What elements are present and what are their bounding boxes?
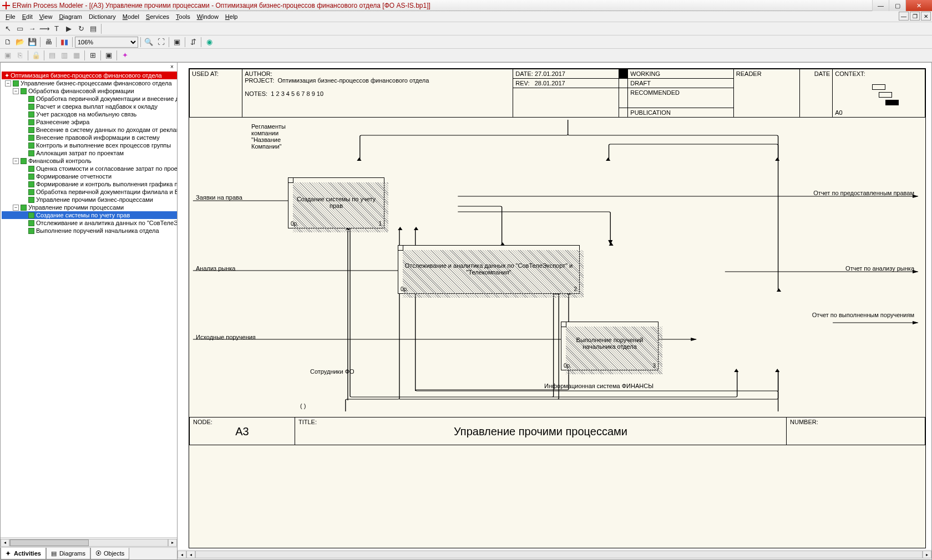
tree-toggle-button[interactable]: ▣ xyxy=(171,37,183,48)
menu-file[interactable]: File xyxy=(2,12,19,21)
activity-tree[interactable]: ✦Оптимизация бизнес-процессов финансовог… xyxy=(1,70,177,537)
tree-leaf[interactable]: Обработка первичной документации филиала… xyxy=(2,188,177,196)
mdi-minimize-button[interactable]: — xyxy=(899,12,909,21)
scroll-left2-button[interactable]: ◂ xyxy=(186,551,195,558)
tree-leaf-selected[interactable]: Создание системы по учету прав xyxy=(2,211,177,219)
diagram-sheet: USED AT: AUTHOR: PROJECT: Оптимизация би… xyxy=(189,68,926,548)
settings-tool[interactable]: ▤ xyxy=(88,23,99,34)
arrow-tool[interactable]: → xyxy=(27,23,38,34)
tree-leaf[interactable]: Внесение в систему данных по доходам от … xyxy=(2,126,177,134)
tree-root[interactable]: ✦Оптимизация бизнес-процессов финансовог… xyxy=(2,72,177,79)
tree-node[interactable]: −Финансовый контроль xyxy=(2,157,177,165)
export-button[interactable]: ▣ xyxy=(103,50,114,61)
collapse-icon[interactable]: − xyxy=(13,158,19,164)
titlebar: ERwin Process Modeler - [(A3) Управление… xyxy=(0,0,932,11)
menu-view[interactable]: View xyxy=(36,12,56,21)
text-tool[interactable]: T xyxy=(51,23,62,34)
arrow-label: Регламенты компании "Название Компании" xyxy=(251,123,290,150)
tree-leaf[interactable]: Разнесение эфира xyxy=(2,118,177,126)
org-button[interactable]: ⊞ xyxy=(87,50,98,61)
tree-leaf[interactable]: Аллокация затрат по проектам xyxy=(2,149,177,157)
tab-objects[interactable]: ⦿Objects xyxy=(90,548,129,559)
doc1-button: ▤ xyxy=(47,50,58,61)
scroll-thumb[interactable] xyxy=(10,539,89,546)
minimize-button[interactable]: — xyxy=(872,0,889,11)
tree-leaf[interactable]: Отслеживание и аналитика данных по "СовТ… xyxy=(2,219,177,227)
open-button[interactable]: 📂 xyxy=(14,37,26,48)
tree-leaf[interactable]: Формирование отчетности xyxy=(2,172,177,180)
tab-diagrams[interactable]: ▤Diagrams xyxy=(46,548,90,559)
zoom-in-button[interactable]: 🔍 xyxy=(143,37,154,48)
close-button[interactable]: ✕ xyxy=(905,0,932,11)
arrow-label: Отчет по предоставленным правам xyxy=(813,190,914,196)
mdi-close-button[interactable]: ✕ xyxy=(921,12,931,21)
model-explorer: × ✦Оптимизация бизнес-процессов финансов… xyxy=(0,62,178,560)
canvas-hscrollbar[interactable]: ◂ ◂ ▸ xyxy=(178,549,931,559)
objects-icon: ⦿ xyxy=(95,550,102,557)
toolbar-edit: ▣ ⎘ 🔒 ▤ ▥ ▦ ⊞ ▣ ✦ xyxy=(0,49,932,62)
scroll-left-button[interactable]: ◂ xyxy=(178,551,186,558)
collapse-icon[interactable]: − xyxy=(13,88,19,94)
tree-leaf[interactable]: Оценка стоимости и согласование затрат п… xyxy=(2,165,177,172)
tree-leaf[interactable]: Расчет и сверка выплат надбавок к окладу xyxy=(2,103,177,110)
tree-node[interactable]: −Обработка финансовой информации xyxy=(2,87,177,95)
play-tool[interactable]: ▶ xyxy=(63,23,74,34)
refresh-tool[interactable]: ↻ xyxy=(75,23,87,34)
menu-dictionary[interactable]: Dictionary xyxy=(85,12,119,21)
new-button[interactable]: 🗋 xyxy=(2,37,13,48)
arrow-label: Анализ рынка xyxy=(196,265,235,272)
zoom-select[interactable]: 106% xyxy=(75,37,138,48)
menu-help[interactable]: Help xyxy=(222,12,241,21)
window-controls: — ▢ ✕ xyxy=(872,0,932,11)
idef0-footer: NODE:A3 TITLE:Управление прочими процесс… xyxy=(189,417,925,445)
squiggle-tool[interactable]: ⟿ xyxy=(39,23,50,34)
mdi-restore-button[interactable]: ❐ xyxy=(910,12,920,21)
save-button[interactable]: 💾 xyxy=(27,37,38,48)
arrow-label: Сотрудники ФО xyxy=(310,368,354,375)
menu-window[interactable]: Window xyxy=(194,12,222,21)
tree-leaf[interactable]: Управление прочими бизнес-процессами xyxy=(2,196,177,203)
activity-box-3[interactable]: Выполнение поручений начальника отдела 0… xyxy=(561,322,659,370)
activity-box-1[interactable]: Создание системы по учету прав 0р.1 xyxy=(288,177,384,228)
sidebar-close-button[interactable]: × xyxy=(168,63,176,70)
tree-node[interactable]: −Управление бизнес-процессами финансовог… xyxy=(2,79,177,87)
collapse-icon[interactable]: − xyxy=(13,205,19,211)
zoom-fit-button[interactable]: ⛶ xyxy=(155,37,166,48)
menu-tools[interactable]: Tools xyxy=(173,12,194,21)
menu-model[interactable]: Model xyxy=(119,12,143,21)
diagram-canvas[interactable]: USED AT: AUTHOR: PROJECT: Оптимизация би… xyxy=(178,62,932,560)
activity-tool[interactable]: ▭ xyxy=(14,23,26,34)
pointer-tool[interactable]: ↖ xyxy=(2,23,13,34)
app-icon xyxy=(2,2,10,9)
collapse-icon[interactable]: − xyxy=(5,80,11,86)
scroll-right-button[interactable]: ▸ xyxy=(923,551,931,558)
palette-button[interactable]: ▮▮ xyxy=(59,37,70,48)
arrow-label: Отчет по выполненным поручениям xyxy=(812,312,914,318)
toolbar-tools: ↖ ▭ → ⟿ T ▶ ↻ ▤ xyxy=(0,22,932,35)
arrow-label: Исходные поручения xyxy=(196,334,256,340)
maximize-button[interactable]: ▢ xyxy=(889,0,905,11)
tree-node[interactable]: −Управление прочими процессами xyxy=(2,203,177,211)
tree-leaf[interactable]: Внесение правовой информации в систему xyxy=(2,134,177,141)
tree-leaf[interactable]: Выполнение поручений начальника отдела xyxy=(2,227,177,235)
db-button: ▣ xyxy=(2,50,13,61)
idef0-header: USED AT: AUTHOR: PROJECT: Оптимизация би… xyxy=(189,69,925,118)
tab-activities[interactable]: ✦Activities xyxy=(1,548,46,559)
tree-leaf[interactable]: Обработка первичной документации и внесе… xyxy=(2,95,177,103)
hierarchy-button[interactable]: ⇵ xyxy=(188,37,199,48)
menubar: File Edit View Diagram Dictionary Model … xyxy=(0,11,932,22)
tree-leaf[interactable]: Формирование и контроль выполнения графи… xyxy=(2,180,177,188)
diagram-body[interactable]: Создание системы по учету прав 0р.1 Отсл… xyxy=(189,118,925,417)
menu-edit[interactable]: Edit xyxy=(19,12,36,21)
activity-box-2[interactable]: Отслеживание и аналитика данных по "СовТ… xyxy=(398,245,580,294)
misc-button[interactable]: ✦ xyxy=(119,50,130,61)
print-button[interactable]: 🖶 xyxy=(43,37,54,48)
sidebar-hscrollbar[interactable]: ◂ ▸ xyxy=(1,537,177,547)
menu-diagram[interactable]: Diagram xyxy=(55,12,85,21)
tree-leaf[interactable]: Учет расходов на мобильную связь xyxy=(2,110,177,118)
tree-leaf[interactable]: Контроль и выполнение всех процессов гру… xyxy=(2,141,177,149)
menu-services[interactable]: Services xyxy=(143,12,173,21)
globe-button[interactable]: ◉ xyxy=(204,37,215,48)
scroll-left-button[interactable]: ◂ xyxy=(1,539,9,547)
scroll-right-button[interactable]: ▸ xyxy=(168,539,177,547)
